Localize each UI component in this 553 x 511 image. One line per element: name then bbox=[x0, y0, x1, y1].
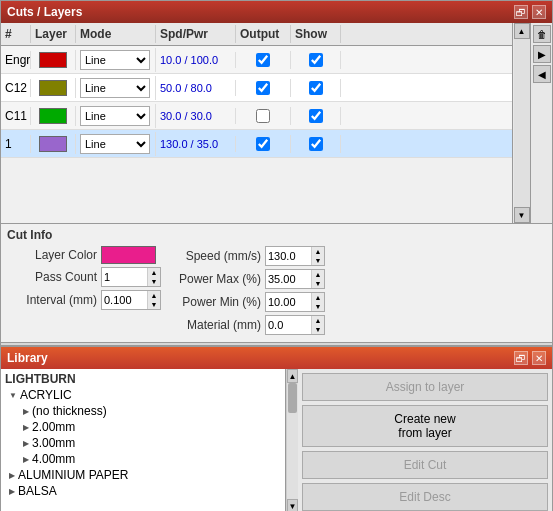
material-up[interactable]: ▲ bbox=[312, 316, 324, 325]
speed-up[interactable]: ▲ bbox=[312, 247, 324, 256]
interval-input[interactable] bbox=[102, 291, 147, 309]
edit-cut-button[interactable]: Edit Cut bbox=[302, 451, 548, 479]
row-show-0[interactable] bbox=[291, 51, 341, 69]
tree-item-2mm[interactable]: ▶ 2.00mm bbox=[7, 419, 283, 435]
lib-scroll-up[interactable]: ▲ bbox=[287, 369, 298, 383]
speed-spinbox[interactable]: ▲ ▼ bbox=[265, 246, 325, 266]
row-output-0[interactable] bbox=[236, 51, 291, 69]
pass-count-label: Pass Count bbox=[7, 270, 97, 284]
table-row[interactable]: C12 Line 50.0 / 80.0 bbox=[1, 74, 512, 102]
show-checkbox-1[interactable] bbox=[309, 81, 323, 95]
cut-info-section: Cut Info Layer Color Pass Count ▲ ▼ bbox=[1, 223, 552, 342]
material-spinbox[interactable]: ▲ ▼ bbox=[265, 315, 325, 335]
interval-up[interactable]: ▲ bbox=[148, 291, 160, 300]
scroll-up-button[interactable]: ▲ bbox=[514, 23, 530, 39]
lib-scroll-track bbox=[287, 383, 298, 499]
close-button[interactable]: ✕ bbox=[532, 5, 546, 19]
cut-info-left: Layer Color Pass Count ▲ ▼ Interval (mm) bbox=[7, 246, 161, 338]
power-min-spin-buttons: ▲ ▼ bbox=[311, 293, 324, 311]
cuts-layers-window: Cuts / Layers 🗗 ✕ # Layer Mode Spd/Pwr O… bbox=[0, 0, 553, 345]
mode-select-2[interactable]: Line bbox=[80, 106, 150, 126]
row-mode-2[interactable]: Line bbox=[76, 104, 156, 128]
tree-group-aluminium: ▶ ALUMINIUM PAPER bbox=[7, 467, 283, 483]
library-right-panel: Assign to layer Create newfrom layer Edi… bbox=[298, 369, 552, 511]
speed-down[interactable]: ▼ bbox=[312, 256, 324, 265]
tree-group-balsa-header[interactable]: ▶ BALSA bbox=[7, 483, 283, 499]
row-show-3[interactable] bbox=[291, 135, 341, 153]
chevron-right-icon-3mm: ▶ bbox=[23, 439, 29, 448]
assign-to-layer-button[interactable]: Assign to layer bbox=[302, 373, 548, 401]
delete-button[interactable]: 🗑 bbox=[533, 25, 551, 43]
move-down-button[interactable]: ◀ bbox=[533, 65, 551, 83]
tree-item-3mm[interactable]: ▶ 3.00mm bbox=[7, 435, 283, 451]
layer-color-preview[interactable] bbox=[101, 246, 156, 264]
pass-count-row: Pass Count ▲ ▼ bbox=[7, 267, 161, 287]
material-down[interactable]: ▼ bbox=[312, 325, 324, 334]
power-min-spinbox[interactable]: ▲ ▼ bbox=[265, 292, 325, 312]
row-show-2[interactable] bbox=[291, 107, 341, 125]
output-checkbox-2[interactable] bbox=[256, 109, 270, 123]
row-spdpwr-0: 10.0 / 100.0 bbox=[156, 52, 236, 68]
interval-down[interactable]: ▼ bbox=[148, 300, 160, 309]
tree-item-no-thickness-label: (no thickness) bbox=[32, 404, 107, 418]
tree-group-acrylic-header[interactable]: ▼ ACRYLIC bbox=[7, 387, 283, 403]
color-swatch-3 bbox=[39, 136, 67, 152]
output-checkbox-3[interactable] bbox=[256, 137, 270, 151]
row-output-3[interactable] bbox=[236, 135, 291, 153]
show-checkbox-3[interactable] bbox=[309, 137, 323, 151]
pass-count-up[interactable]: ▲ bbox=[148, 268, 160, 277]
tree-group-aluminium-header[interactable]: ▶ ALUMINIUM PAPER bbox=[7, 467, 283, 483]
show-checkbox-0[interactable] bbox=[309, 53, 323, 67]
edit-desc-button[interactable]: Edit Desc bbox=[302, 483, 548, 511]
row-mode-0[interactable]: Line bbox=[76, 48, 156, 72]
library-restore-button[interactable]: 🗗 bbox=[514, 351, 528, 365]
power-max-down[interactable]: ▼ bbox=[312, 279, 324, 288]
tree-group-balsa: ▶ BALSA bbox=[7, 483, 283, 499]
output-checkbox-1[interactable] bbox=[256, 81, 270, 95]
table-row[interactable]: Engrave_birch Line 10.0 / 100.0 bbox=[1, 46, 512, 74]
library-tree: LIGHTBURN ▼ ACRYLIC ▶ (no thickness) ▶ 2… bbox=[1, 369, 286, 511]
lib-scroll-down[interactable]: ▼ bbox=[287, 499, 298, 511]
create-new-from-layer-button[interactable]: Create newfrom layer bbox=[302, 405, 548, 447]
output-checkbox-0[interactable] bbox=[256, 53, 270, 67]
col-header-layer: Layer bbox=[31, 25, 76, 43]
mode-select-0[interactable]: Line bbox=[80, 50, 150, 70]
interval-spinbox[interactable]: ▲ ▼ bbox=[101, 290, 161, 310]
pass-count-spinbox[interactable]: ▲ ▼ bbox=[101, 267, 161, 287]
table-row[interactable]: 1 Line 130.0 / 35.0 bbox=[1, 130, 512, 158]
speed-spin-buttons: ▲ ▼ bbox=[311, 247, 324, 265]
tree-item-4mm[interactable]: ▶ 4.00mm bbox=[7, 451, 283, 467]
speed-input[interactable] bbox=[266, 247, 311, 265]
table-scrollbar[interactable]: ▲ ▼ bbox=[512, 23, 530, 223]
row-color-2 bbox=[31, 106, 76, 126]
row-output-1[interactable] bbox=[236, 79, 291, 97]
pass-count-input[interactable] bbox=[102, 268, 147, 286]
material-input[interactable] bbox=[266, 316, 311, 334]
cuts-layers-title: Cuts / Layers bbox=[7, 5, 82, 19]
mode-select-3[interactable]: Line bbox=[80, 134, 150, 154]
power-min-input[interactable] bbox=[266, 293, 311, 311]
pass-count-down[interactable]: ▼ bbox=[148, 277, 160, 286]
power-min-up[interactable]: ▲ bbox=[312, 293, 324, 302]
show-checkbox-2[interactable] bbox=[309, 109, 323, 123]
library-scrollbar[interactable]: ▲ ▼ bbox=[286, 369, 298, 511]
row-show-1[interactable] bbox=[291, 79, 341, 97]
scroll-down-button[interactable]: ▼ bbox=[514, 207, 530, 223]
row-mode-1[interactable]: Line bbox=[76, 76, 156, 100]
row-mode-3[interactable]: Line bbox=[76, 132, 156, 156]
row-output-2[interactable] bbox=[236, 107, 291, 125]
row-id-2: C11 bbox=[1, 107, 31, 125]
table-row[interactable]: C11 Line 30.0 / 30.0 bbox=[1, 102, 512, 130]
power-min-down[interactable]: ▼ bbox=[312, 302, 324, 311]
power-max-input[interactable] bbox=[266, 270, 311, 288]
library-close-button[interactable]: ✕ bbox=[532, 351, 546, 365]
color-swatch-1 bbox=[39, 80, 67, 96]
restore-button[interactable]: 🗗 bbox=[514, 5, 528, 19]
mode-select-1[interactable]: Line bbox=[80, 78, 150, 98]
power-max-up[interactable]: ▲ bbox=[312, 270, 324, 279]
chevron-right-icon-4mm: ▶ bbox=[23, 455, 29, 464]
power-max-spinbox[interactable]: ▲ ▼ bbox=[265, 269, 325, 289]
col-header-hash: # bbox=[1, 25, 31, 43]
tree-item-no-thickness[interactable]: ▶ (no thickness) bbox=[7, 403, 283, 419]
move-up-button[interactable]: ▶ bbox=[533, 45, 551, 63]
